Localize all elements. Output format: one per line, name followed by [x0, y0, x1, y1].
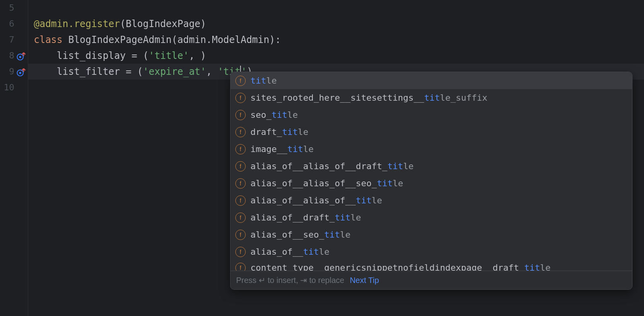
autocomplete-label: alias_of__draft_title: [250, 213, 361, 222]
autocomplete-list[interactable]: ftitlefsites_rooted_here__sitesettings__…: [231, 72, 632, 271]
autocomplete-label: alias_of__seo_title: [250, 230, 351, 240]
line-number: 8: [0, 48, 28, 64]
field-icon: f: [235, 76, 246, 86]
code-line[interactable]: class BlogIndexPageAdmin(admin.ModelAdmi…: [28, 32, 644, 48]
gutter: 5 6 7 8 9 10: [0, 0, 28, 316]
autocomplete-item[interactable]: fimage__title: [231, 140, 632, 158]
autocomplete-label: title: [250, 76, 277, 86]
autocomplete-popup[interactable]: ftitlefsites_rooted_here__sitesettings__…: [230, 72, 632, 290]
autocomplete-label: image__title: [250, 144, 314, 154]
field-icon: f: [235, 195, 246, 206]
line-number: 6: [0, 16, 28, 32]
autocomplete-label: alias_of__title: [250, 247, 330, 257]
field-icon: f: [235, 263, 246, 271]
autocomplete-label: draft_title: [250, 127, 308, 137]
field-icon: f: [235, 230, 246, 240]
line-number: 10: [0, 80, 28, 96]
autocomplete-label: alias_of__alias_of__draft_title: [250, 161, 414, 171]
autocomplete-item[interactable]: falias_of__seo_title: [231, 226, 632, 243]
line-number: 7: [0, 32, 28, 48]
autocomplete-item[interactable]: falias_of__draft_title: [231, 209, 632, 226]
footer-hint: Press ↵ to insert, ⇥ to replace: [236, 275, 344, 285]
line-number: 9: [0, 64, 28, 80]
field-icon: f: [235, 127, 246, 137]
autocomplete-label: content_type__genericsnippetnofieldindex…: [250, 263, 551, 271]
autocomplete-item[interactable]: fdraft_title: [231, 123, 632, 140]
autocomplete-label: alias_of__alias_of__seo_title: [250, 178, 403, 188]
svg-point-3: [19, 72, 21, 74]
autocomplete-item[interactable]: ftitle: [231, 72, 632, 89]
code-editor[interactable]: 5 6 7 8 9 10: [0, 0, 644, 316]
field-icon: f: [235, 144, 246, 154]
autocomplete-item[interactable]: fcontent_type__genericsnippetnofieldinde…: [231, 260, 632, 271]
override-icon[interactable]: [16, 66, 26, 77]
code-line[interactable]: list_display = ('title', ): [28, 48, 644, 64]
field-icon: f: [235, 110, 246, 120]
autocomplete-item[interactable]: falias_of__alias_of__draft_title: [231, 158, 632, 175]
next-tip-link[interactable]: Next Tip: [350, 276, 379, 285]
autocomplete-item[interactable]: fsites_rooted_here__sitesettings__title_…: [231, 89, 632, 106]
field-icon: f: [235, 178, 246, 189]
code-line[interactable]: @admin.register(BlogIndexPage): [28, 16, 644, 32]
field-icon: f: [235, 247, 246, 257]
svg-point-1: [19, 56, 21, 58]
override-icon[interactable]: [16, 51, 26, 61]
autocomplete-item[interactable]: falias_of__alias_of__seo_title: [231, 175, 632, 192]
autocomplete-footer: Press ↵ to insert, ⇥ to replace Next Tip: [231, 271, 632, 289]
autocomplete-item[interactable]: falias_of__title: [231, 243, 632, 260]
line-number: 5: [0, 0, 28, 16]
field-icon: f: [235, 93, 246, 103]
code-area[interactable]: @admin.register(BlogIndexPage) class Blo…: [28, 0, 644, 316]
autocomplete-label: seo_title: [250, 110, 298, 120]
autocomplete-item[interactable]: fseo_title: [231, 106, 632, 123]
field-icon: f: [235, 213, 246, 223]
autocomplete-label: sites_rooted_here__sitesettings__title_s…: [250, 93, 487, 103]
code-line[interactable]: [28, 0, 644, 16]
field-icon: f: [235, 161, 246, 172]
autocomplete-label: alias_of__alias_of__title: [250, 195, 382, 205]
autocomplete-item[interactable]: falias_of__alias_of__title: [231, 192, 632, 209]
